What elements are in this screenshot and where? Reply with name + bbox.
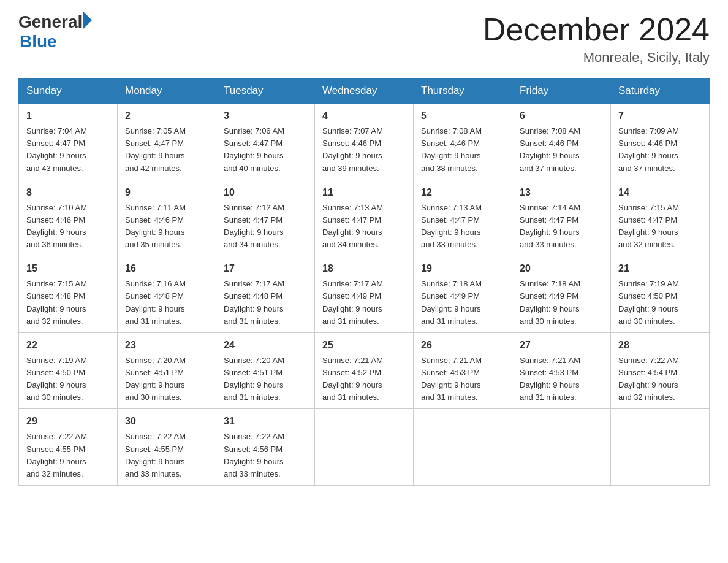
column-header-sunday: Sunday bbox=[19, 79, 118, 104]
day-number: 12 bbox=[421, 185, 504, 200]
day-number: 8 bbox=[26, 185, 110, 200]
day-number: 20 bbox=[520, 261, 603, 276]
calendar-week-row: 29Sunrise: 7:22 AMSunset: 4:55 PMDayligh… bbox=[19, 409, 710, 486]
day-info: Sunrise: 7:18 AMSunset: 4:49 PMDaylight:… bbox=[421, 278, 504, 327]
column-header-saturday: Saturday bbox=[611, 79, 710, 104]
calendar-day-cell: 13Sunrise: 7:14 AMSunset: 4:47 PMDayligh… bbox=[512, 180, 611, 256]
day-info: Sunrise: 7:04 AMSunset: 4:47 PMDaylight:… bbox=[26, 125, 110, 175]
day-number: 14 bbox=[618, 185, 702, 200]
day-info: Sunrise: 7:10 AMSunset: 4:46 PMDaylight:… bbox=[26, 202, 110, 251]
day-number: 27 bbox=[520, 338, 603, 353]
day-info: Sunrise: 7:20 AMSunset: 4:51 PMDaylight:… bbox=[224, 354, 307, 404]
day-number: 3 bbox=[224, 109, 307, 123]
day-info: Sunrise: 7:22 AMSunset: 4:55 PMDaylight:… bbox=[125, 431, 208, 480]
day-number: 7 bbox=[618, 109, 702, 123]
calendar-day-cell: 24Sunrise: 7:20 AMSunset: 4:51 PMDayligh… bbox=[216, 332, 315, 409]
calendar-day-cell: 12Sunrise: 7:13 AMSunset: 4:47 PMDayligh… bbox=[414, 180, 512, 256]
calendar-day-cell: 28Sunrise: 7:22 AMSunset: 4:54 PMDayligh… bbox=[611, 332, 710, 409]
calendar-table: SundayMondayTuesdayWednesdayThursdayFrid… bbox=[18, 78, 710, 486]
day-number: 22 bbox=[26, 338, 110, 353]
day-number: 1 bbox=[26, 109, 110, 123]
day-number: 23 bbox=[125, 338, 208, 353]
day-info: Sunrise: 7:22 AMSunset: 4:55 PMDaylight:… bbox=[26, 431, 110, 480]
calendar-day-cell: 23Sunrise: 7:20 AMSunset: 4:51 PMDayligh… bbox=[118, 332, 216, 409]
calendar-day-cell: 29Sunrise: 7:22 AMSunset: 4:55 PMDayligh… bbox=[19, 409, 118, 486]
calendar-day-cell: 19Sunrise: 7:18 AMSunset: 4:49 PMDayligh… bbox=[414, 256, 512, 333]
logo-area: General Blue bbox=[18, 12, 92, 52]
day-number: 9 bbox=[125, 185, 208, 200]
day-info: Sunrise: 7:11 AMSunset: 4:46 PMDaylight:… bbox=[125, 202, 208, 251]
day-number: 26 bbox=[421, 338, 504, 353]
calendar-day-cell: 25Sunrise: 7:21 AMSunset: 4:52 PMDayligh… bbox=[315, 332, 414, 409]
logo-general-text: General bbox=[18, 12, 82, 32]
day-number: 16 bbox=[125, 261, 208, 276]
day-info: Sunrise: 7:21 AMSunset: 4:53 PMDaylight:… bbox=[520, 354, 603, 404]
day-number: 13 bbox=[520, 185, 603, 200]
day-number: 24 bbox=[224, 338, 307, 353]
calendar-day-cell: 18Sunrise: 7:17 AMSunset: 4:49 PMDayligh… bbox=[315, 256, 414, 333]
day-info: Sunrise: 7:15 AMSunset: 4:47 PMDaylight:… bbox=[618, 202, 702, 251]
calendar-day-cell: 22Sunrise: 7:19 AMSunset: 4:50 PMDayligh… bbox=[19, 332, 118, 409]
day-info: Sunrise: 7:17 AMSunset: 4:49 PMDaylight:… bbox=[322, 278, 406, 327]
day-info: Sunrise: 7:21 AMSunset: 4:52 PMDaylight:… bbox=[322, 354, 406, 404]
calendar-day-cell: 2Sunrise: 7:05 AMSunset: 4:47 PMDaylight… bbox=[118, 104, 216, 180]
column-header-wednesday: Wednesday bbox=[315, 79, 414, 104]
calendar-day-cell: 7Sunrise: 7:09 AMSunset: 4:46 PMDaylight… bbox=[611, 104, 710, 180]
calendar-day-cell bbox=[315, 409, 414, 486]
calendar-day-cell: 30Sunrise: 7:22 AMSunset: 4:55 PMDayligh… bbox=[118, 409, 216, 486]
calendar-week-row: 22Sunrise: 7:19 AMSunset: 4:50 PMDayligh… bbox=[19, 332, 710, 409]
calendar-header-row: SundayMondayTuesdayWednesdayThursdayFrid… bbox=[19, 79, 710, 104]
page-header: General Blue December 2024 Monreale, Sic… bbox=[18, 12, 710, 66]
calendar-day-cell: 17Sunrise: 7:17 AMSunset: 4:48 PMDayligh… bbox=[216, 256, 315, 333]
day-number: 11 bbox=[322, 185, 406, 200]
day-number: 30 bbox=[125, 414, 208, 429]
calendar-day-cell: 5Sunrise: 7:08 AMSunset: 4:46 PMDaylight… bbox=[414, 104, 512, 180]
day-number: 28 bbox=[618, 338, 702, 353]
day-info: Sunrise: 7:07 AMSunset: 4:46 PMDaylight:… bbox=[322, 125, 406, 175]
day-number: 21 bbox=[618, 261, 702, 276]
day-info: Sunrise: 7:13 AMSunset: 4:47 PMDaylight:… bbox=[322, 202, 406, 251]
day-info: Sunrise: 7:18 AMSunset: 4:49 PMDaylight:… bbox=[520, 278, 603, 327]
calendar-day-cell: 27Sunrise: 7:21 AMSunset: 4:53 PMDayligh… bbox=[512, 332, 611, 409]
day-number: 15 bbox=[26, 261, 110, 276]
day-number: 6 bbox=[520, 109, 603, 123]
calendar-day-cell: 20Sunrise: 7:18 AMSunset: 4:49 PMDayligh… bbox=[512, 256, 611, 333]
calendar-day-cell: 26Sunrise: 7:21 AMSunset: 4:53 PMDayligh… bbox=[414, 332, 512, 409]
column-header-thursday: Thursday bbox=[414, 79, 512, 104]
calendar-day-cell: 10Sunrise: 7:12 AMSunset: 4:47 PMDayligh… bbox=[216, 180, 315, 256]
day-info: Sunrise: 7:20 AMSunset: 4:51 PMDaylight:… bbox=[125, 354, 208, 404]
calendar-day-cell: 9Sunrise: 7:11 AMSunset: 4:46 PMDaylight… bbox=[118, 180, 216, 256]
column-header-friday: Friday bbox=[512, 79, 611, 104]
day-info: Sunrise: 7:19 AMSunset: 4:50 PMDaylight:… bbox=[618, 278, 702, 327]
calendar-day-cell bbox=[414, 409, 512, 486]
calendar-week-row: 8Sunrise: 7:10 AMSunset: 4:46 PMDaylight… bbox=[19, 180, 710, 256]
calendar-day-cell: 1Sunrise: 7:04 AMSunset: 4:47 PMDaylight… bbox=[19, 104, 118, 180]
day-info: Sunrise: 7:17 AMSunset: 4:48 PMDaylight:… bbox=[224, 278, 307, 327]
day-info: Sunrise: 7:13 AMSunset: 4:47 PMDaylight:… bbox=[421, 202, 504, 251]
calendar-day-cell: 3Sunrise: 7:06 AMSunset: 4:47 PMDaylight… bbox=[216, 104, 315, 180]
day-number: 19 bbox=[421, 261, 504, 276]
column-header-monday: Monday bbox=[118, 79, 216, 104]
calendar-day-cell: 31Sunrise: 7:22 AMSunset: 4:56 PMDayligh… bbox=[216, 409, 315, 486]
day-info: Sunrise: 7:22 AMSunset: 4:54 PMDaylight:… bbox=[618, 354, 702, 404]
day-number: 4 bbox=[322, 109, 406, 123]
day-info: Sunrise: 7:16 AMSunset: 4:48 PMDaylight:… bbox=[125, 278, 208, 327]
day-number: 31 bbox=[224, 414, 307, 429]
day-info: Sunrise: 7:09 AMSunset: 4:46 PMDaylight:… bbox=[618, 125, 702, 175]
location-title: Monreale, Sicily, Italy bbox=[483, 50, 710, 66]
logo-blue-text: Blue bbox=[20, 32, 57, 51]
day-info: Sunrise: 7:08 AMSunset: 4:46 PMDaylight:… bbox=[421, 125, 504, 175]
day-number: 25 bbox=[322, 338, 406, 353]
calendar-day-cell: 15Sunrise: 7:15 AMSunset: 4:48 PMDayligh… bbox=[19, 256, 118, 333]
calendar-day-cell: 11Sunrise: 7:13 AMSunset: 4:47 PMDayligh… bbox=[315, 180, 414, 256]
day-info: Sunrise: 7:21 AMSunset: 4:53 PMDaylight:… bbox=[421, 354, 504, 404]
day-info: Sunrise: 7:15 AMSunset: 4:48 PMDaylight:… bbox=[26, 278, 110, 327]
day-number: 10 bbox=[224, 185, 307, 200]
calendar-week-row: 15Sunrise: 7:15 AMSunset: 4:48 PMDayligh… bbox=[19, 256, 710, 333]
title-area: December 2024 Monreale, Sicily, Italy bbox=[483, 12, 710, 66]
day-info: Sunrise: 7:22 AMSunset: 4:56 PMDaylight:… bbox=[224, 431, 307, 480]
day-number: 2 bbox=[125, 109, 208, 123]
calendar-day-cell: 6Sunrise: 7:08 AMSunset: 4:46 PMDaylight… bbox=[512, 104, 611, 180]
calendar-day-cell: 14Sunrise: 7:15 AMSunset: 4:47 PMDayligh… bbox=[611, 180, 710, 256]
day-number: 5 bbox=[421, 109, 504, 123]
